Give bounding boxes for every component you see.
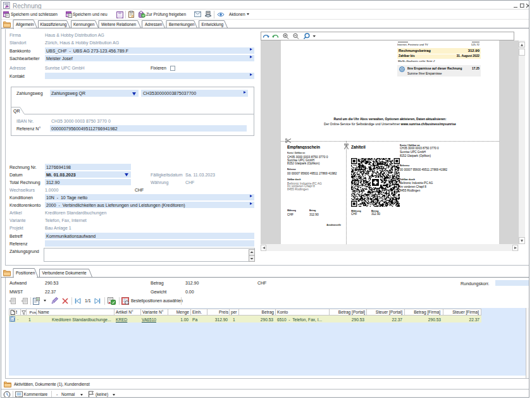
svg-text:Allgemein: Allgemein: [16, 22, 34, 27]
svg-text:Entwicklung: Entwicklung: [202, 22, 224, 27]
svg-text:QR: QR: [13, 109, 20, 114]
svg-text:Adressen: Adressen: [145, 22, 163, 27]
svg-text:Verbundene Dokumente: Verbundene Dokumente: [42, 271, 87, 275]
svg-text:Positionen: Positionen: [16, 271, 35, 275]
svg-text:Klassifizierung: Klassifizierung: [40, 22, 67, 27]
svg-text:Kennungen: Kennungen: [73, 22, 95, 27]
svg-text:Bemerkungen: Bemerkungen: [169, 22, 195, 27]
svg-text:Weitere Relationen: Weitere Relationen: [101, 22, 137, 27]
